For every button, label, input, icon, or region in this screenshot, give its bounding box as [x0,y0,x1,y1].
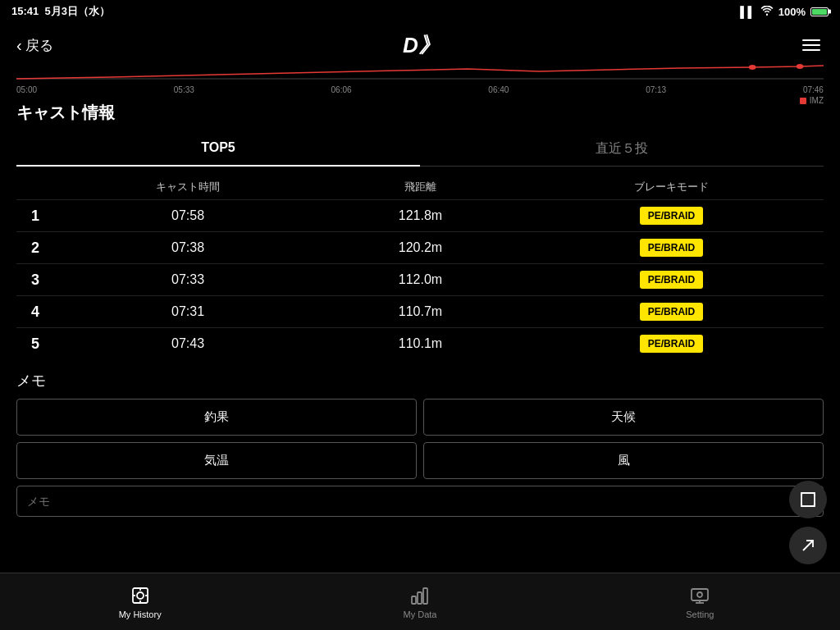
brake-badge-5: PE/BRAID [640,335,703,353]
menu-line-3 [802,49,820,51]
chart-labels: 05:00 05:33 06:06 06:40 07:13 07:46 [16,85,824,94]
setting-icon [689,585,710,606]
brake-cell-1: PE/BRAID [519,200,824,232]
distance-cell-4: 110.7m [322,296,519,328]
memo-section: メモ 釣果 天候 気温 風 [16,371,824,517]
brake-cell-5: PE/BRAID [519,328,824,360]
memo-buttons-grid: 釣果 天候 気温 風 [16,399,824,479]
brake-badge-1: PE/BRAID [640,207,703,225]
brake-cell-2: PE/BRAID [519,232,824,264]
my-history-label: My History [119,609,162,619]
fab-container [789,481,827,564]
svg-point-3 [797,64,804,69]
brake-cell-4: PE/BRAID [519,296,824,328]
table-row: 5 07:43 110.1m PE/BRAID [16,328,824,360]
memo-title: メモ [16,371,824,390]
weather-button[interactable]: 天候 [423,399,824,436]
share-icon [799,536,817,555]
tab-top5[interactable]: TOP5 [16,132,420,166]
rank-badge-4: 4 [23,304,48,321]
fishing-result-button[interactable]: 釣果 [16,399,417,436]
status-time: 15:41 5月3日（水） [11,4,110,19]
chart-legend-label: IMZ [810,96,824,105]
distance-cell-3: 112.0m [322,264,519,296]
my-data-icon [409,585,431,606]
battery-label: 100% [778,6,806,18]
daiwa-logo: D》 [401,33,450,57]
col-distance: 飛距離 [322,175,519,200]
rank-badge-5: 5 [23,336,48,353]
chart-area: 05:00 05:33 06:06 06:40 07:13 07:46 IMZ [0,64,840,95]
fullscreen-icon [799,491,817,509]
table-row: 1 07:58 121.8m PE/BRAID [16,200,824,232]
memo-input[interactable] [16,486,824,517]
imz-dot-icon [800,98,806,104]
brake-cell-3: PE/BRAID [519,264,824,296]
fab-button-2[interactable] [789,527,827,564]
brake-badge-3: PE/BRAID [640,271,703,289]
menu-button[interactable] [799,36,824,54]
rank-badge-1: 1 [23,208,48,225]
svg-text:D》: D》 [403,33,440,57]
distance-cell-2: 120.2m [322,232,519,264]
my-data-label: My Data [404,609,437,619]
daiwa-logo-svg: D》 [401,33,450,57]
table-row: 3 07:33 112.0m PE/BRAID [16,264,824,296]
rank-cell-1: 1 [16,200,54,232]
svg-point-2 [749,65,756,70]
setting-label: Setting [686,609,714,619]
menu-line-1 [802,39,820,41]
rank-badge-3: 3 [23,272,48,289]
brake-badge-2: PE/BRAID [640,239,703,257]
menu-line-2 [802,44,820,46]
wifi-icon [760,6,774,18]
time-cell-1: 07:58 [54,200,322,232]
time-cell-5: 07:43 [54,328,322,360]
distance-cell-1: 121.8m [322,200,519,232]
cast-tabs: TOP5 直近５投 [16,132,824,167]
table-row: 4 07:31 110.7m PE/BRAID [16,296,824,328]
rank-cell-3: 3 [16,264,54,296]
cast-table: キャスト時間 飛距離 ブレーキモード 1 07:58 121.8m PE/BRA… [16,175,824,359]
rank-cell-4: 4 [16,296,54,328]
status-bar: 15:41 5月3日（水） ▌▌ 100% [0,0,840,23]
wind-button[interactable]: 風 [423,442,824,479]
back-button[interactable]: ‹ 戻る [16,36,53,55]
bottom-nav: My History My Data Setting [0,573,840,630]
rank-cell-2: 2 [16,232,54,264]
svg-rect-17 [801,493,815,506]
svg-rect-12 [423,588,427,604]
status-indicators: ▌▌ 100% [740,6,829,18]
svg-point-16 [697,592,702,597]
table-row: 2 07:38 120.2m PE/BRAID [16,232,824,264]
svg-line-18 [803,541,813,550]
back-label: 戻る [25,36,53,55]
fab-button-1[interactable] [789,481,827,518]
header: ‹ 戻る D》 [0,23,840,64]
signal-icon: ▌▌ [740,6,755,18]
distance-cell-5: 110.1m [322,328,519,360]
time-cell-2: 07:38 [54,232,322,264]
main-content: キャスト情報 TOP5 直近５投 キャスト時間 飛距離 ブレーキモード 1 07… [0,102,840,517]
col-brake: ブレーキモード [519,175,824,200]
tab-recent5[interactable]: 直近５投 [420,132,824,166]
nav-my-data[interactable]: My Data [280,578,559,626]
my-history-icon [130,585,151,606]
temperature-button[interactable]: 気温 [16,442,417,479]
rank-badge-2: 2 [23,240,48,257]
battery-icon [810,7,829,16]
chart-svg [16,64,824,80]
svg-rect-11 [418,592,422,604]
nav-setting[interactable]: Setting [560,578,840,626]
time-cell-3: 07:33 [54,264,322,296]
col-time: キャスト時間 [54,175,322,200]
rank-cell-5: 5 [16,328,54,360]
col-rank [16,175,54,200]
back-chevron-icon: ‹ [16,36,22,55]
svg-point-5 [137,592,144,599]
chart-legend: IMZ [16,96,824,105]
cast-info-title: キャスト情報 [16,102,824,124]
svg-rect-10 [412,596,416,604]
time-cell-4: 07:31 [54,296,322,328]
nav-my-history[interactable]: My History [0,578,280,626]
